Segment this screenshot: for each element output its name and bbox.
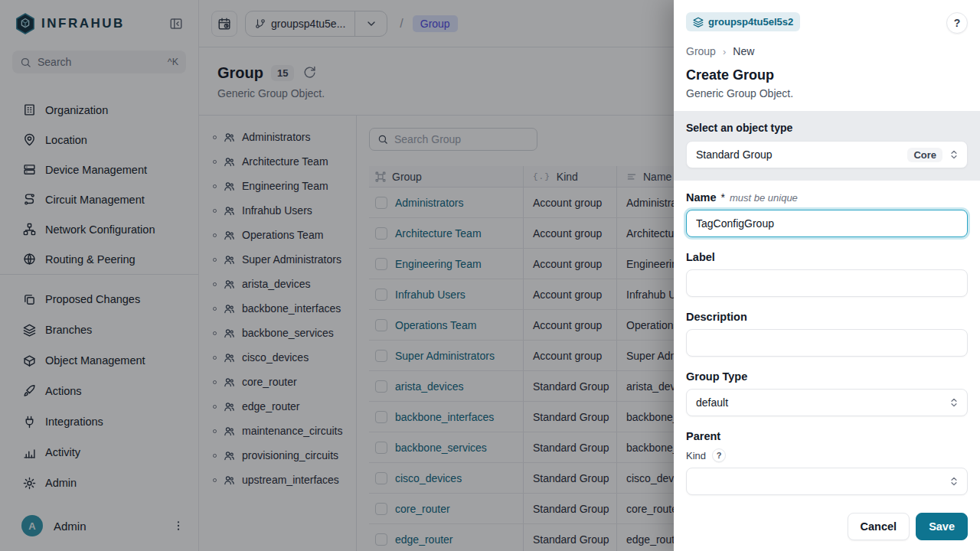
breadcrumb-current: New (733, 45, 754, 57)
drawer-breadcrumb: Group › New (686, 45, 968, 57)
help-button[interactable]: ? (946, 12, 968, 34)
parent-kind-select[interactable] (686, 468, 968, 495)
drawer-subtitle: Generic Group Object. (686, 87, 968, 111)
breadcrumb-parent[interactable]: Group (686, 45, 716, 57)
group-type-label: Group Type (686, 370, 747, 383)
description-input[interactable] (686, 329, 968, 357)
label-label: Label (686, 251, 715, 263)
label-input[interactable] (686, 269, 968, 297)
object-type-section: Select an object type Standard Group Cor… (674, 111, 980, 181)
branch-badge: groupsp4tu5el5s2 (686, 12, 800, 31)
kind-help-button[interactable]: ? (712, 448, 726, 462)
create-group-form: Name * must be unique Label Description … (674, 181, 980, 495)
chevrons-up-down-icon (949, 397, 959, 408)
drawer-footer: Cancel Save (674, 504, 980, 551)
group-type-select[interactable]: default (686, 389, 968, 416)
description-label: Description (686, 311, 747, 323)
name-hint: must be unique (730, 192, 798, 204)
modal-backdrop[interactable] (0, 0, 674, 551)
object-type-value: Standard Group (696, 148, 901, 161)
layers-icon (693, 17, 704, 28)
drawer-header: groupsp4tu5el5s2 ? Group › New Create Gr… (674, 0, 980, 111)
chevrons-up-down-icon (949, 149, 959, 160)
app-root: INFRAHUB Search ^K Organization Location… (0, 0, 980, 551)
chevrons-up-down-icon (949, 476, 959, 487)
branch-badge-label: groupsp4tu5el5s2 (708, 16, 793, 28)
create-group-drawer: groupsp4tu5el5s2 ? Group › New Create Gr… (674, 0, 980, 551)
required-marker: * (721, 191, 725, 204)
kind-label: Kind (686, 450, 706, 461)
core-badge: Core (907, 148, 942, 162)
name-input[interactable] (686, 210, 968, 237)
parent-label: Parent (686, 430, 968, 442)
chevron-right-icon: › (723, 46, 726, 57)
object-type-label: Select an object type (686, 122, 968, 134)
name-label: Name (686, 191, 717, 204)
save-button[interactable]: Save (916, 513, 968, 540)
cancel-button[interactable]: Cancel (848, 513, 910, 540)
group-type-value: default (696, 396, 942, 409)
object-type-select[interactable]: Standard Group Core (686, 141, 968, 168)
drawer-title: Create Group (686, 67, 968, 83)
